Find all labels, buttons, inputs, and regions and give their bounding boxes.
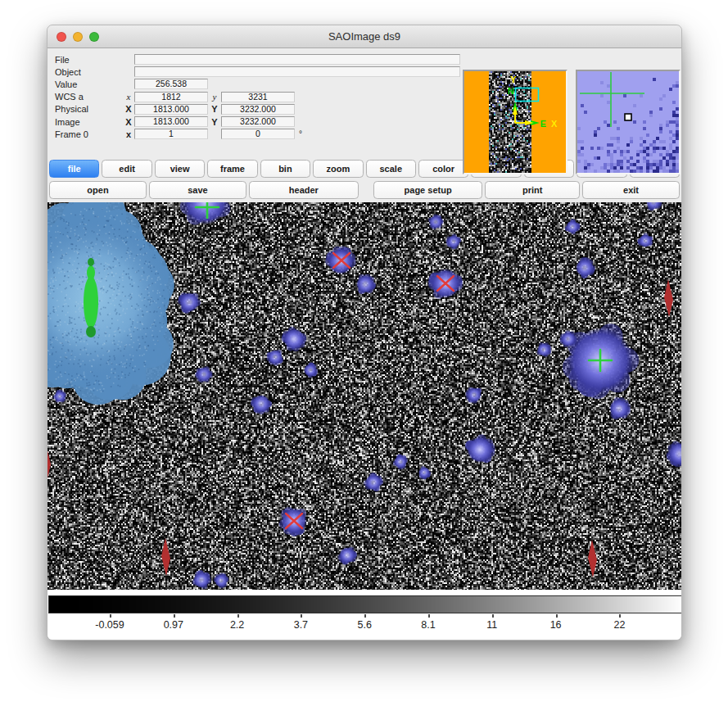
menu-color[interactable]: color [418, 160, 468, 178]
object-row: Object [47, 66, 461, 78]
colorbar-tick [237, 614, 239, 618]
file-label: File [47, 55, 123, 65]
physical-x-sublabel: X [123, 104, 134, 114]
save-button[interactable]: save [149, 181, 246, 199]
colorbar-tick [492, 614, 494, 618]
menu-scale[interactable]: scale [366, 160, 416, 178]
image-x-field[interactable]: 1813.000 [134, 116, 208, 127]
frame-row: Frame 0 x 1 0 ° [47, 128, 461, 140]
colorbar-tick-label: 22 [613, 619, 625, 631]
physical-row: Physical X 1813.000 Y 3232.000 [47, 103, 461, 115]
colorbar-tick [174, 614, 175, 618]
physical-x-field[interactable]: 1813.000 [134, 104, 208, 115]
object-field[interactable] [134, 66, 460, 77]
frame-zoom-field[interactable]: 1 [134, 129, 208, 139]
value-row: Value 256.538 [47, 78, 461, 90]
window-title: SAOImage ds9 [47, 25, 681, 48]
image-y-field[interactable]: 3232.000 [221, 116, 295, 127]
menubar-spacer [361, 181, 371, 199]
menu-zoom[interactable]: zoom [313, 160, 363, 178]
frame-label: Frame 0 [47, 129, 123, 139]
menu-frame[interactable]: frame [207, 160, 257, 178]
panner-canvas[interactable] [464, 71, 566, 173]
image-row: Image X 1813.000 Y 3232.000 [47, 115, 461, 128]
colorbar-tick-label: 16 [550, 619, 562, 631]
info-panel: File Object Value 256.538 WCS a x 1812 y… [47, 48, 681, 157]
colorbar-tick-label: 0.97 [164, 619, 183, 631]
file-row: File [47, 53, 461, 66]
colorbar-tick [428, 614, 430, 618]
image-y-sublabel: Y [208, 117, 221, 127]
colorbar-tick [619, 614, 621, 618]
colorbar-tick-label: -0.059 [95, 619, 124, 631]
header-button[interactable]: header [249, 181, 359, 199]
frame-rotation-field[interactable]: 0 [221, 129, 295, 139]
colorbar-tick-label: 2.2 [230, 619, 244, 631]
colorbar-tick [301, 614, 302, 618]
value-label: Value [47, 79, 123, 89]
wcs-y-sublabel: y [208, 92, 221, 102]
colorbar-tick [556, 614, 558, 618]
exit-button[interactable]: exit [582, 181, 680, 199]
file-submenu-bar: open save header page setup print exit [49, 181, 680, 199]
colorbar-tick-label: 5.6 [357, 619, 371, 631]
menu-bin[interactable]: bin [260, 160, 310, 178]
colorbar-tick [110, 614, 111, 618]
colorbar-area: -0.0590.972.23.75.68.1111622 [47, 590, 681, 640]
titlebar[interactable]: SAOImage ds9 [47, 25, 681, 48]
object-label: Object [47, 67, 123, 77]
colorbar-tick-label: 11 [486, 619, 497, 631]
physical-y-sublabel: Y [208, 104, 221, 114]
menu-view[interactable]: view [155, 160, 205, 178]
wcs-x-field[interactable]: 1812 [134, 92, 208, 102]
magnifier [576, 70, 681, 174]
physical-label: Physical [47, 104, 123, 114]
image-x-sublabel: X [123, 117, 134, 127]
wcs-row: WCS a x 1812 y 3231 [47, 91, 461, 103]
menu-edit[interactable]: edit [102, 160, 151, 178]
coordinate-readout: File Object Value 256.538 WCS a x 1812 y… [47, 53, 461, 140]
colorbar-tick-label: 8.1 [421, 619, 435, 631]
degrees-suffix: ° [295, 129, 461, 138]
wcs-x-sublabel: x [123, 92, 134, 102]
wcs-y-field[interactable]: 3231 [221, 92, 295, 102]
magnifier-canvas [577, 71, 679, 173]
page-setup-button[interactable]: page setup [373, 181, 483, 199]
ds9-window: SAOImage ds9 File Object Value 256.538 W… [47, 25, 682, 640]
colorbar-tick [364, 614, 366, 618]
colorbar-tick-label: 3.7 [294, 619, 308, 631]
physical-y-field[interactable]: 3232.000 [221, 104, 295, 115]
panner[interactable] [463, 70, 567, 174]
menu-file[interactable]: file [49, 160, 99, 178]
open-button[interactable]: open [49, 181, 147, 199]
image-label: Image [47, 117, 123, 127]
value-field[interactable]: 256.538 [134, 79, 208, 89]
frame-zoom-sublabel: x [123, 129, 134, 139]
main-image-canvas[interactable] [47, 202, 682, 590]
colorbar-gradient[interactable] [48, 595, 682, 613]
print-button[interactable]: print [485, 181, 580, 199]
file-field[interactable] [134, 54, 460, 65]
wcs-label: WCS a [47, 92, 123, 102]
